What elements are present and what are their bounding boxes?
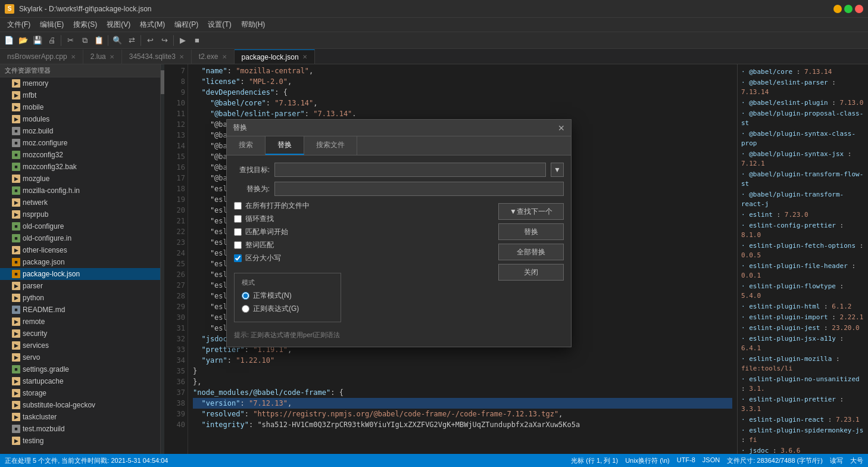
sidebar-item-servo[interactable]: ▶servo [0, 351, 160, 363]
toolbar-copy[interactable]: ⧉ [78, 34, 91, 47]
menu-item-格式(M)[interactable]: 格式(M) [135, 18, 170, 31]
menu-item-设置(T)[interactable]: 设置(T) [203, 18, 236, 31]
right-item[interactable]: · @babel/core : 7.13.14 [740, 67, 866, 77]
minimize-button[interactable] [833, 5, 842, 13]
sidebar-item-package-lock-json[interactable]: ■package-lock.json [0, 268, 160, 280]
toolbar-print[interactable]: 🖨 [45, 34, 58, 47]
dialog-tab-replace[interactable]: 替换 [266, 136, 304, 155]
right-item[interactable]: · eslint-plugin-html : 6.1.2 [740, 301, 866, 312]
sidebar-item-mozconfig32-bak[interactable]: ■mozconfig32.bak [0, 161, 160, 173]
menu-item-编辑(E)[interactable]: 编辑(E) [35, 18, 68, 31]
sidebar-item-moz-build[interactable]: ■moz.build [0, 125, 160, 137]
dialog-tab-search-files[interactable]: 搜索文件 [304, 136, 357, 155]
right-item[interactable]: · eslint-plugin-no-unsanitized : 3.1. [740, 374, 866, 394]
sidebar-item-startupcache[interactable]: ▶startupcache [0, 375, 160, 387]
right-item[interactable]: · eslint-plugin-react : 7.23.1 [740, 415, 866, 425]
toolbar-run[interactable]: ▶ [176, 34, 189, 47]
maximize-button[interactable] [844, 5, 853, 13]
tab-close-2[interactable]: ✕ [179, 54, 184, 60]
radio-normal-input[interactable] [242, 292, 249, 300]
sidebar-item-other-licenses[interactable]: ▶other-licenses [0, 244, 160, 256]
right-item[interactable]: · eslint-plugin-flowtype : 5.4.0 [740, 281, 866, 301]
right-item[interactable]: · eslint-plugin-jsx-a11y : 6.4.1 [740, 334, 866, 354]
tab-1[interactable]: 2.lua✕ [83, 49, 122, 64]
sidebar-item-README-md[interactable]: ■README.md [0, 304, 160, 316]
replace-input[interactable] [274, 182, 564, 196]
right-item[interactable]: · jsdoc : 3.6.6 [740, 446, 866, 454]
tab-close-4[interactable]: ✕ [302, 54, 307, 60]
sidebar-item-old-configure-in[interactable]: ■old-configure.in [0, 232, 160, 244]
sidebar-item-mozglue[interactable]: ▶mozglue [0, 173, 160, 185]
toolbar-undo[interactable]: ↩ [143, 34, 157, 47]
sidebar-item-mozconfig32[interactable]: ■mozconfig32 [0, 149, 160, 161]
toolbar-cut[interactable]: ✂ [64, 34, 77, 47]
sidebar-item-moz-configure[interactable]: ■moz.configure [0, 137, 160, 149]
tab-close-1[interactable]: ✕ [110, 54, 114, 60]
toolbar-stop[interactable]: ■ [191, 34, 204, 47]
sidebar-item-nsprpub[interactable]: ▶nsprpub [0, 208, 160, 220]
menu-item-帮助(H)[interactable]: 帮助(H) [236, 18, 270, 31]
checkbox-all-files[interactable] [234, 202, 242, 210]
find-next-button[interactable]: ▼查找下一个 [498, 203, 564, 220]
right-item[interactable]: · eslint-plugin-prettier : 3.3.1 [740, 394, 866, 415]
checkbox-whole-word[interactable] [234, 241, 242, 249]
tab-0[interactable]: nsBrowserApp.cpp✕ [0, 49, 83, 64]
checkbox-loop[interactable] [234, 215, 242, 223]
sidebar-item-package-json[interactable]: ■package.json [0, 256, 160, 268]
sidebar-item-mobile[interactable]: ▶mobile [0, 101, 160, 113]
right-item[interactable]: · @babel/plugin-transform-react-j [740, 189, 866, 210]
toolbar-open[interactable]: 📂 [17, 34, 30, 47]
radio-normal[interactable]: 正常模式(N) [242, 291, 333, 301]
sidebar-item-netwerk[interactable]: ▶netwerk [0, 197, 160, 208]
sidebar-item-old-configure[interactable]: ■old-configure [0, 220, 160, 232]
toolbar-replace[interactable]: ⇄ [125, 34, 138, 47]
tab-close-3[interactable]: ✕ [222, 54, 227, 60]
tab-4[interactable]: package-lock.json✕ [235, 49, 315, 64]
right-item[interactable]: · @babel/plugin-transform-flow-st [740, 169, 866, 189]
sidebar-item-testing[interactable]: ▶testing [0, 435, 160, 447]
sidebar-item-storage[interactable]: ▶storage [0, 387, 160, 399]
menu-item-视图(V)[interactable]: 视图(V) [102, 18, 135, 31]
right-item[interactable]: · @babel/eslint-parser : 7.13.14 [740, 77, 866, 98]
toolbar-redo[interactable]: ↪ [158, 34, 171, 47]
find-input-arrow[interactable]: ▼ [551, 163, 564, 177]
find-input[interactable] [274, 163, 546, 177]
right-item[interactable]: · @babel/plugin-syntax-class-prop [740, 129, 866, 149]
sidebar-item-parser[interactable]: ▶parser [0, 280, 160, 292]
right-item[interactable]: · eslint-plugin-spidermonkey-js : fi [740, 425, 866, 446]
right-item[interactable]: · @babel/eslint-plugin : 7.13.0 [740, 98, 866, 108]
toolbar-save[interactable]: 💾 [31, 34, 44, 47]
menu-item-编程(P)[interactable]: 编程(P) [170, 18, 203, 31]
toolbar-new[interactable]: 📄 [2, 34, 15, 47]
right-item[interactable]: · eslint-config-prettier : 8.1.0 [740, 220, 866, 241]
replace-all-button[interactable]: 全部替换 [498, 244, 564, 260]
checkbox-word-start[interactable] [234, 228, 242, 236]
sidebar-item-taskcluster[interactable]: ▶taskcluster [0, 411, 160, 423]
sidebar-item-substitute-local-geckov[interactable]: ▶substitute-local-geckov [0, 399, 160, 411]
right-item[interactable]: · eslint : 7.23.0 [740, 210, 866, 220]
tab-close-0[interactable]: ✕ [71, 54, 76, 60]
tab-2[interactable]: 345434.sqlite3✕ [122, 49, 192, 64]
radio-regex[interactable]: 正则表达式(G) [242, 304, 333, 314]
right-item[interactable]: · eslint-plugin-import : 2.22.1 [740, 312, 866, 323]
toolbar-paste[interactable]: 📋 [92, 34, 105, 47]
dialog-header[interactable]: 替换 ✕ [227, 120, 571, 136]
sidebar-item-modules[interactable]: ▶modules [0, 113, 160, 125]
checkbox-case-sensitive[interactable] [234, 254, 242, 262]
sidebar-item-settings-gradle[interactable]: ■settings.gradle [0, 363, 160, 375]
right-item[interactable]: · @babel/plugin-proposal-class-st [740, 108, 866, 129]
right-item[interactable]: · eslint-plugin-jest : 23.20.0 [740, 323, 866, 334]
sidebar-item-remote[interactable]: ▶remote [0, 316, 160, 328]
sidebar-item-mozilla-config-h-in[interactable]: ■mozilla-config.h.in [0, 185, 160, 197]
sidebar-item-python[interactable]: ▶python [0, 292, 160, 304]
dialog-tab-search[interactable]: 搜索 [227, 136, 266, 155]
menu-item-搜索(S)[interactable]: 搜索(S) [68, 18, 102, 31]
menu-item-文件(F)[interactable]: 文件(F) [2, 18, 35, 31]
sidebar-item-security[interactable]: ▶security [0, 328, 160, 340]
replace-button[interactable]: 替换 [498, 223, 564, 240]
radio-regex-input[interactable] [242, 305, 249, 313]
right-item[interactable]: · eslint-plugin-file-header : 0.0.1 [740, 261, 866, 281]
tab-3[interactable]: t2.exe✕ [192, 49, 235, 64]
sidebar-item-services[interactable]: ▶services [0, 340, 160, 351]
sidebar-item-test-mozbuild[interactable]: ■test.mozbuild [0, 423, 160, 435]
